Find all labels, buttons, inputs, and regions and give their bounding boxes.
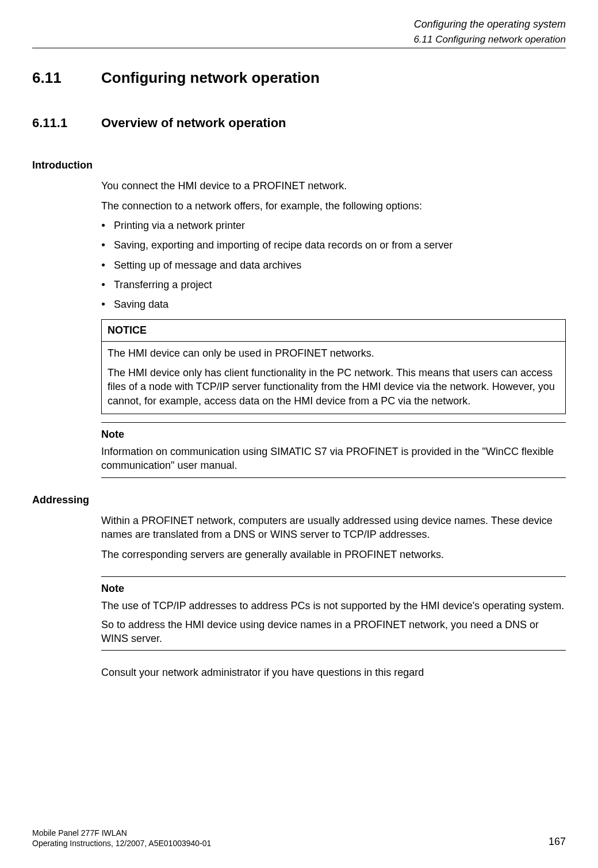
running-header-section: 6.11 Configuring network operation [32, 33, 566, 47]
heading-1: 6.11 Configuring network operation [32, 68, 566, 88]
note-block: Note The use of TCP/IP addresses to addr… [101, 576, 566, 651]
paragraph: The use of TCP/IP addresses to address P… [101, 599, 566, 613]
document-page: Configuring the operating system 6.11 Co… [0, 0, 598, 868]
notice-body: The HMI device can only be used in PROFI… [102, 342, 565, 414]
addressing-body: Within a PROFINET network, computers are… [101, 514, 566, 679]
footer-docinfo: Operating Instructions, 12/2007, A5E0100… [32, 838, 211, 848]
header-rule [32, 48, 566, 48]
heading-1-title: Configuring network operation [101, 68, 320, 88]
running-header-chapter: Configuring the operating system [32, 17, 566, 31]
heading-2-title: Overview of network operation [101, 114, 286, 132]
paragraph: The HMI device only has client functiona… [108, 366, 559, 408]
paragraph: So to address the HMI device using devic… [101, 618, 566, 646]
footer-left: Mobile Panel 277F IWLAN Operating Instru… [32, 828, 211, 848]
paragraph: Consult your network administrator if yo… [101, 666, 566, 679]
paragraph: Within a PROFINET network, computers are… [101, 514, 566, 542]
note-label: Note [101, 427, 566, 441]
paragraph: The connection to a network offers, for … [101, 199, 566, 213]
notice-label: NOTICE [102, 320, 565, 341]
paragraph: The HMI device can only be used in PROFI… [108, 346, 559, 360]
heading-2-number: 6.11.1 [32, 114, 101, 132]
page-footer: Mobile Panel 277F IWLAN Operating Instru… [32, 828, 566, 848]
options-list: Printing via a network printer Saving, e… [101, 219, 566, 311]
list-item: Transferring a project [101, 278, 566, 292]
list-item: Setting up of message and data archives [101, 258, 566, 272]
note-label: Note [101, 582, 566, 595]
footer-page-number: 167 [549, 835, 566, 848]
paragraph: Information on communication using SIMAT… [101, 445, 566, 473]
heading-addressing: Addressing [32, 493, 566, 507]
heading-1-number: 6.11 [32, 68, 101, 88]
list-item: Saving data [101, 297, 566, 311]
heading-2: 6.11.1 Overview of network operation [32, 114, 566, 132]
notice-box: NOTICE The HMI device can only be used i… [101, 319, 566, 414]
footer-product: Mobile Panel 277F IWLAN [32, 828, 211, 838]
introduction-body: You connect the HMI device to a PROFINET… [101, 179, 566, 477]
paragraph: You connect the HMI device to a PROFINET… [101, 179, 566, 193]
heading-introduction: Introduction [32, 158, 566, 172]
list-item: Printing via a network printer [101, 219, 566, 232]
note-block: Note Information on communication using … [101, 422, 566, 478]
paragraph: The corresponding servers are generally … [101, 548, 566, 561]
list-item: Saving, exporting and importing of recip… [101, 238, 566, 252]
